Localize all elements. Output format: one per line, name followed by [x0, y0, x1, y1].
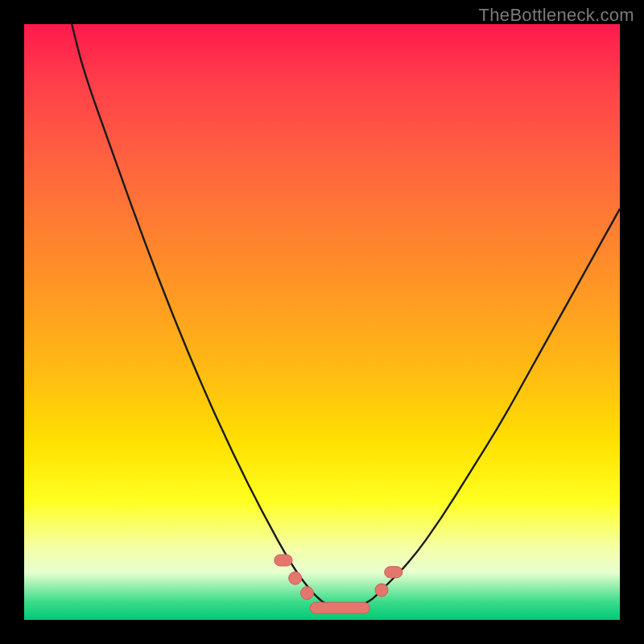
watermark-text: TheBottleneck.com: [479, 5, 634, 26]
curve-layer: [24, 24, 620, 620]
curve-marker: [301, 587, 314, 600]
bottleneck-curve: [72, 24, 620, 608]
chart-frame: TheBottleneck.com: [0, 0, 644, 644]
curve-marker: [375, 584, 388, 597]
marker-group: [275, 555, 402, 613]
curve-marker: [310, 602, 369, 613]
curve-marker: [289, 572, 302, 584]
plot-area: [24, 24, 620, 620]
curve-marker: [275, 555, 292, 566]
curve-marker: [385, 567, 402, 578]
